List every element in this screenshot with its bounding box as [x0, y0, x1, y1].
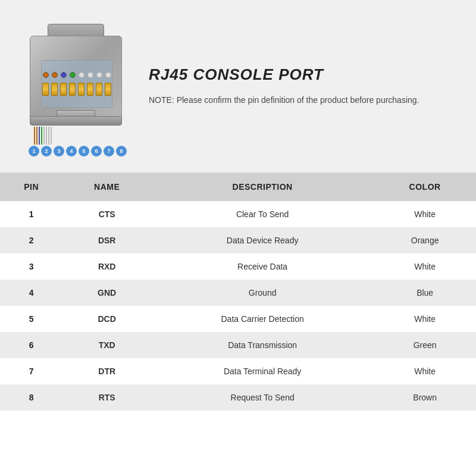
connector-illustration: 1 2 3 4 5 6 7 8 — [24, 18, 131, 155]
wire-dot-7 — [96, 72, 102, 78]
pin-num-7: 7 — [104, 146, 114, 156]
page-title: RJ45 CONSOLE PORT — [149, 65, 452, 84]
table-row: 6TXDData TransmissionGreen — [0, 332, 476, 358]
wire-4 — [41, 127, 42, 145]
cell-name: RTS — [62, 384, 151, 411]
table-section: PIN NAME DESCRIPTION COLOR 1CTSClear To … — [0, 173, 476, 411]
cell-pin: 7 — [0, 358, 62, 384]
cell-color: White — [374, 201, 476, 227]
connector-body — [30, 36, 122, 119]
wire-dots-row — [43, 72, 111, 78]
wire-8 — [51, 127, 52, 145]
cell-pin: 4 — [0, 280, 62, 306]
wire-dot-8 — [105, 72, 111, 78]
col-name: NAME — [62, 173, 151, 201]
table-row: 8RTSRequest To SendBrown — [0, 384, 476, 411]
pin-6 — [87, 83, 93, 96]
wire-dot-1 — [43, 72, 49, 78]
wire-dot-5 — [79, 72, 84, 78]
title-section: RJ45 CONSOLE PORT NOTE: Please confirm t… — [149, 65, 452, 107]
pin-3 — [60, 83, 67, 96]
pin-4 — [69, 83, 76, 96]
note-text: NOTE: Please confirm the pin definition … — [149, 93, 452, 107]
connector-window — [41, 60, 112, 108]
connector-bottom — [30, 116, 122, 126]
pin-1 — [42, 83, 49, 96]
wire-dot-4 — [70, 72, 76, 78]
cell-description: Data Transmission — [151, 332, 374, 358]
cell-name: DCD — [62, 306, 151, 332]
cell-pin: 2 — [0, 227, 62, 253]
table-row: 2DSRData Device ReadyOrange — [0, 227, 476, 253]
wire-3 — [39, 127, 40, 145]
cell-color: White — [374, 306, 476, 332]
cell-name: CTS — [62, 201, 151, 227]
pin-7 — [96, 83, 102, 96]
table-row: 4GNDGroundBlue — [0, 280, 476, 306]
cell-color: White — [374, 358, 476, 384]
pin-5 — [78, 83, 84, 96]
pin-table: PIN NAME DESCRIPTION COLOR 1CTSClear To … — [0, 173, 476, 411]
cell-description: Data Device Ready — [151, 227, 374, 253]
cell-pin: 5 — [0, 306, 62, 332]
cell-color: Orange — [374, 227, 476, 253]
cell-name: DSR — [62, 227, 151, 253]
cell-description: Clear To Send — [151, 201, 374, 227]
col-pin: PIN — [0, 173, 62, 201]
pin-num-6: 6 — [91, 146, 102, 156]
cell-name: TXD — [62, 332, 151, 358]
pin-num-4: 4 — [66, 146, 77, 156]
pins-row — [42, 83, 111, 96]
col-color: COLOR — [374, 173, 476, 201]
cell-description: Request To Send — [151, 384, 374, 411]
cell-description: Ground — [151, 280, 374, 306]
table-row: 1CTSClear To SendWhite — [0, 201, 476, 227]
wire-dot-3 — [61, 72, 67, 78]
wire-6 — [46, 127, 47, 145]
cell-name: RXD — [62, 253, 151, 280]
wire-dot-2 — [52, 72, 58, 78]
cell-description: Data Terminal Ready — [151, 358, 374, 384]
cell-color: Brown — [374, 384, 476, 411]
wire-7 — [48, 127, 49, 145]
top-section: 1 2 3 4 5 6 7 8 RJ45 CONSOLE PORT NOTE: … — [0, 0, 476, 173]
wire-5 — [43, 127, 45, 145]
cell-name: DTR — [62, 358, 151, 384]
pin-num-8: 8 — [116, 146, 127, 156]
wire-2 — [36, 127, 37, 145]
pin-8 — [105, 83, 111, 96]
cell-color: White — [374, 253, 476, 280]
wire-dot-6 — [87, 72, 93, 78]
pin-num-2: 2 — [41, 146, 52, 156]
wires-container — [34, 127, 120, 148]
pin-num-1: 1 — [29, 146, 39, 156]
cell-color: Green — [374, 332, 476, 358]
cell-description: Receive Data — [151, 253, 374, 280]
cell-pin: 8 — [0, 384, 62, 411]
cell-pin: 1 — [0, 201, 62, 227]
table-header-row: PIN NAME DESCRIPTION COLOR — [0, 173, 476, 201]
table-row: 5DCDData Carrier DetectionWhite — [0, 306, 476, 332]
wire-1 — [34, 127, 35, 145]
cell-color: Blue — [374, 280, 476, 306]
cell-pin: 6 — [0, 332, 62, 358]
table-row: 3RXDReceive DataWhite — [0, 253, 476, 280]
pin-num-3: 3 — [54, 146, 64, 156]
pin-2 — [51, 83, 58, 96]
cell-description: Data Carrier Detection — [151, 306, 374, 332]
table-row: 7DTRData Terminal ReadyWhite — [0, 358, 476, 384]
pin-numbers-row: 1 2 3 4 5 6 7 8 — [29, 146, 127, 156]
col-description: DESCRIPTION — [151, 173, 374, 201]
cell-pin: 3 — [0, 253, 62, 280]
pin-num-5: 5 — [79, 146, 89, 156]
cell-name: GND — [62, 280, 151, 306]
